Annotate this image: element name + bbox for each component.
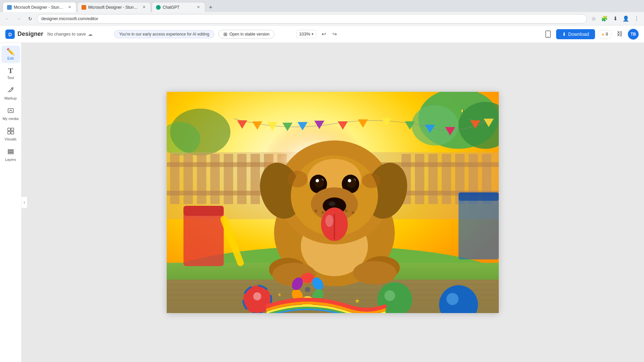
download-label: Download (568, 32, 589, 37)
tab-3[interactable]: ChatGPT ✕ (152, 2, 205, 12)
header-toolbar: 103% ▾ ↩ ↪ (296, 29, 339, 39)
share-button[interactable]: ⛓ (614, 29, 625, 40)
tab-1-title: Microsoft Designer - Stunning (14, 5, 65, 10)
svg-rect-12 (8, 151, 13, 152)
canvas-wrapper: ★ ★ (167, 92, 499, 313)
status-text: No changes to save (47, 32, 86, 37)
cloud-icon: ☁ (88, 32, 93, 37)
extensions-button[interactable]: 🧩 (600, 14, 609, 23)
svg-rect-9 (8, 131, 10, 134)
bookmarks-button[interactable]: ☆ (589, 14, 598, 23)
open-stable-label: Open in stable version (229, 32, 269, 37)
sidebar-item-layers[interactable]: Layers (1, 145, 20, 164)
mobile-preview-button[interactable] (543, 29, 553, 40)
sidebar-item-markup[interactable]: Markup (1, 84, 20, 103)
chevron-down-icon: ▾ (312, 32, 313, 36)
svg-point-82 (316, 179, 319, 182)
open-stable-icon: ⊞ (223, 32, 227, 37)
header-end: ⬇ Download ● 8 ⛓ TB (543, 29, 639, 40)
svg-rect-25 (224, 154, 233, 204)
profile-button[interactable]: 👤 (621, 14, 631, 23)
svg-point-17 (412, 105, 459, 145)
designer-logo[interactable]: D Designer (5, 29, 43, 39)
downloads-button[interactable]: ⬇ (610, 14, 620, 23)
app-header: D Designer No changes to save ☁ You're i… (0, 25, 644, 43)
my-media-label: My media (3, 117, 19, 121)
browser-menu-button[interactable]: ⋮ (632, 14, 641, 23)
canvas-image: ★ ★ (167, 92, 499, 313)
address-bar[interactable]: designer.microsoft.com/editor (37, 14, 587, 23)
header-status: No changes to save ☁ (47, 32, 93, 37)
tab-1-close[interactable]: ✕ (67, 5, 72, 10)
app: D Designer No changes to save ☁ You're i… (0, 25, 644, 362)
svg-point-90 (287, 171, 308, 187)
svg-rect-31 (415, 154, 424, 204)
svg-point-91 (362, 173, 381, 188)
svg-point-92 (315, 209, 317, 212)
redo-button[interactable]: ↪ (330, 29, 339, 39)
tab-2-close[interactable]: ✕ (141, 5, 147, 10)
main-area: ✏️ Edit T Text Markup (0, 43, 644, 362)
svg-rect-22 (183, 154, 193, 204)
visuals-label: Visuals (5, 137, 16, 141)
sidebar-item-my-media[interactable]: My media (1, 104, 20, 123)
new-tab-button[interactable]: + (206, 3, 215, 12)
tab-3-favicon (156, 5, 161, 10)
download-button[interactable]: ⬇ Download (556, 29, 595, 39)
tab-2[interactable]: Microsoft Designer - Stunning ✕ (77, 2, 151, 12)
coins-button[interactable]: ● 8 (598, 30, 612, 39)
avatar[interactable]: TB (628, 29, 639, 40)
tab-2-favicon (82, 5, 86, 10)
svg-rect-26 (237, 154, 247, 204)
layers-label: Layers (5, 158, 16, 162)
svg-rect-23 (197, 154, 206, 204)
svg-rect-21 (170, 154, 179, 204)
tab-3-title: ChatGPT (163, 5, 194, 10)
svg-rect-115 (459, 192, 499, 201)
early-access-badge: You're in our early access experience fo… (114, 30, 214, 38)
svg-point-99 (301, 273, 314, 283)
edit-icon: ✏️ (6, 48, 15, 55)
collapse-panel-button[interactable]: ‹ (21, 196, 28, 208)
tab-1-favicon (7, 5, 12, 10)
svg-rect-24 (210, 154, 220, 204)
avatar-initials: TB (631, 32, 636, 37)
svg-rect-5 (8, 109, 13, 113)
tab-1[interactable]: Microsoft Designer - Stunning ✕ (3, 2, 76, 12)
sidebar-item-edit[interactable]: ✏️ Edit (1, 46, 20, 63)
sidebar-item-text[interactable]: T Text (1, 64, 20, 82)
svg-point-111 (446, 293, 459, 305)
svg-rect-13 (8, 153, 13, 154)
tab-bar: Microsoft Designer - Stunning ✕ Microsof… (0, 0, 644, 12)
back-button[interactable]: ← (3, 14, 12, 23)
svg-point-97 (353, 261, 396, 285)
layers-icon (7, 148, 14, 156)
svg-rect-7 (8, 128, 10, 131)
undo-button[interactable]: ↩ (319, 29, 328, 39)
svg-text:D: D (8, 32, 12, 37)
designer-logo-text: Designer (17, 31, 43, 38)
text-icon: T (8, 67, 13, 74)
svg-rect-27 (251, 154, 260, 204)
download-icon: ⬇ (562, 32, 566, 37)
designer-logo-icon: D (5, 29, 15, 39)
svg-point-94 (345, 209, 347, 212)
svg-point-86 (329, 201, 335, 206)
coin-icon: ● (601, 32, 604, 37)
reload-button[interactable]: ↻ (25, 14, 35, 23)
svg-rect-33 (442, 154, 451, 204)
markup-icon (7, 86, 14, 95)
forward-button[interactable]: → (14, 14, 23, 23)
open-stable-button[interactable]: ⊞ Open in stable version (218, 30, 274, 39)
tab-2-title: Microsoft Designer - Stunning (88, 5, 139, 10)
svg-point-83 (348, 179, 351, 182)
svg-rect-8 (11, 128, 14, 131)
svg-point-4 (12, 87, 13, 89)
svg-rect-10 (11, 131, 14, 134)
zoom-control[interactable]: 103% ▾ (296, 30, 316, 38)
edit-label: Edit (7, 56, 14, 60)
svg-point-95 (352, 211, 354, 214)
sidebar-item-visuals[interactable]: Visuals (1, 125, 20, 144)
url-text: designer.microsoft.com/editor (41, 16, 98, 21)
tab-3-close[interactable]: ✕ (196, 5, 201, 10)
